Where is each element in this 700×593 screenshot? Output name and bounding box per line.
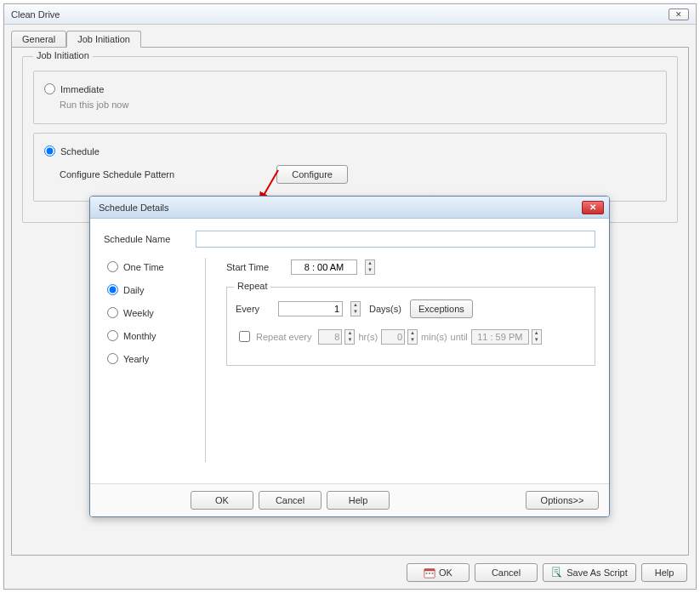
until-spinner[interactable]: ▲▼ bbox=[532, 329, 542, 345]
exceptions-button[interactable]: Exceptions bbox=[410, 299, 473, 318]
start-time-spinner[interactable]: ▲▼ bbox=[365, 259, 375, 275]
schedule-details-dialog: Schedule Details ✕ Schedule Name One Tim… bbox=[89, 196, 610, 517]
chevron-up-icon: ▲ bbox=[351, 302, 360, 309]
schedule-name-label: Schedule Name bbox=[104, 234, 187, 244]
freq-monthly-radio[interactable] bbox=[107, 330, 118, 341]
freq-monthly-label: Monthly bbox=[123, 331, 157, 341]
modal-body: Schedule Name One Time Daily Weekly bbox=[90, 219, 609, 462]
script-icon bbox=[551, 567, 563, 579]
main-window: Clean Drive ✕ General Job Initiation Job… bbox=[3, 3, 697, 590]
freq-one-time-label: One Time bbox=[123, 262, 164, 272]
schedule-subgroup: Schedule Configure Schedule Pattern Conf… bbox=[33, 133, 667, 202]
modal-options-button[interactable]: Options>> bbox=[526, 491, 599, 510]
until-input[interactable] bbox=[471, 329, 529, 345]
every-label: Every bbox=[236, 304, 270, 314]
immediate-subgroup: Immediate Run this job now bbox=[33, 71, 667, 124]
freq-yearly-label: Yearly bbox=[123, 354, 149, 364]
freq-weekly[interactable]: Weekly bbox=[107, 307, 196, 318]
freq-weekly-label: Weekly bbox=[123, 308, 154, 318]
configure-schedule-label: Configure Schedule Pattern bbox=[60, 169, 174, 180]
schedule-name-input[interactable] bbox=[196, 231, 595, 248]
modal-close-button[interactable]: ✕ bbox=[582, 201, 604, 214]
freq-daily[interactable]: Daily bbox=[107, 284, 196, 295]
configure-button[interactable]: Configure bbox=[276, 165, 348, 184]
main-ok-label: OK bbox=[439, 567, 452, 578]
main-title: Clean Drive bbox=[11, 9, 60, 20]
modal-cancel-button[interactable]: Cancel bbox=[259, 491, 322, 510]
run-now-text: Run this job now bbox=[60, 100, 656, 110]
main-close-button[interactable]: ✕ bbox=[669, 9, 689, 20]
main-footer: OK Cancel Save As Script Help bbox=[4, 556, 696, 589]
freq-weekly-radio[interactable] bbox=[107, 307, 118, 318]
main-save-as-script-label: Save As Script bbox=[566, 567, 628, 578]
chevron-down-icon: ▼ bbox=[366, 267, 374, 274]
freq-daily-label: Daily bbox=[123, 285, 144, 295]
immediate-radio[interactable] bbox=[44, 83, 55, 94]
chevron-down-icon: ▼ bbox=[345, 337, 354, 344]
chevron-up-icon: ▲ bbox=[408, 330, 417, 337]
tab-general[interactable]: General bbox=[11, 31, 66, 48]
modal-ok-button[interactable]: OK bbox=[191, 491, 253, 510]
job-initiation-legend: Job Initiation bbox=[33, 50, 93, 60]
detail-column: Start Time ▲▼ Repeat Every ▲▼ Days(s) Ex… bbox=[226, 258, 595, 462]
close-icon: ✕ bbox=[589, 202, 596, 212]
svg-rect-3 bbox=[429, 573, 430, 574]
chevron-up-icon: ▲ bbox=[366, 260, 374, 267]
repeat-legend: Repeat bbox=[234, 281, 270, 291]
close-icon: ✕ bbox=[675, 10, 682, 19]
freq-yearly-radio[interactable] bbox=[107, 353, 118, 364]
freq-yearly[interactable]: Yearly bbox=[107, 353, 196, 364]
repeat-every-checkbox-row[interactable]: Repeat every bbox=[236, 328, 311, 345]
repeat-every-label: Repeat every bbox=[256, 332, 311, 342]
immediate-radio-row[interactable]: Immediate bbox=[44, 83, 656, 94]
every-spinner[interactable]: ▲▼ bbox=[350, 301, 361, 316]
freq-daily-radio[interactable] bbox=[107, 284, 118, 295]
repeat-hr-spinner[interactable]: ▲▼ bbox=[344, 329, 355, 345]
every-unit-label: Days(s) bbox=[369, 304, 401, 314]
chevron-down-icon: ▼ bbox=[351, 309, 360, 316]
calendar-icon bbox=[424, 567, 435, 579]
every-input[interactable] bbox=[278, 301, 343, 316]
freq-one-time[interactable]: One Time bbox=[107, 261, 196, 272]
schedule-radio[interactable] bbox=[44, 145, 55, 157]
modal-footer: OK Cancel Help Options>> bbox=[90, 483, 609, 516]
schedule-label: Schedule bbox=[60, 146, 100, 157]
repeat-min-unit: min(s) bbox=[421, 332, 447, 342]
modal-help-button[interactable]: Help bbox=[327, 491, 390, 510]
main-cancel-button[interactable]: Cancel bbox=[475, 563, 538, 582]
repeat-min-spinner[interactable]: ▲▼ bbox=[407, 329, 418, 345]
main-ok-button[interactable]: OK bbox=[407, 563, 470, 582]
immediate-label: Immediate bbox=[60, 84, 104, 94]
tab-strip: General Job Initiation bbox=[4, 25, 696, 47]
repeat-min-input[interactable] bbox=[381, 329, 405, 345]
schedule-radio-row[interactable]: Schedule bbox=[44, 145, 656, 157]
repeat-every-checkbox[interactable] bbox=[239, 331, 250, 342]
chevron-up-icon: ▲ bbox=[345, 330, 354, 337]
chevron-down-icon: ▼ bbox=[532, 337, 541, 344]
tab-job-initiation[interactable]: Job Initiation bbox=[66, 31, 141, 48]
repeat-hr-input[interactable] bbox=[318, 329, 342, 345]
svg-rect-2 bbox=[426, 573, 428, 574]
modal-titlebar: Schedule Details ✕ bbox=[90, 197, 609, 219]
svg-rect-4 bbox=[432, 573, 434, 574]
main-help-button[interactable]: Help bbox=[641, 563, 687, 582]
start-time-input[interactable] bbox=[291, 259, 357, 275]
repeat-hr-unit: hr(s) bbox=[358, 332, 378, 342]
modal-title: Schedule Details bbox=[99, 202, 169, 213]
until-label: until bbox=[451, 332, 468, 342]
freq-monthly[interactable]: Monthly bbox=[107, 330, 196, 341]
svg-rect-1 bbox=[424, 569, 435, 572]
repeat-group: Repeat Every ▲▼ Days(s) Exceptions Repea bbox=[226, 287, 595, 366]
chevron-up-icon: ▲ bbox=[532, 330, 541, 337]
main-titlebar: Clean Drive ✕ bbox=[4, 4, 696, 25]
chevron-down-icon: ▼ bbox=[408, 337, 417, 344]
frequency-column: One Time Daily Weekly Monthly bbox=[104, 258, 206, 462]
start-time-label: Start Time bbox=[226, 262, 282, 272]
main-save-as-script-button[interactable]: Save As Script bbox=[543, 563, 636, 582]
freq-one-time-radio[interactable] bbox=[107, 261, 118, 272]
